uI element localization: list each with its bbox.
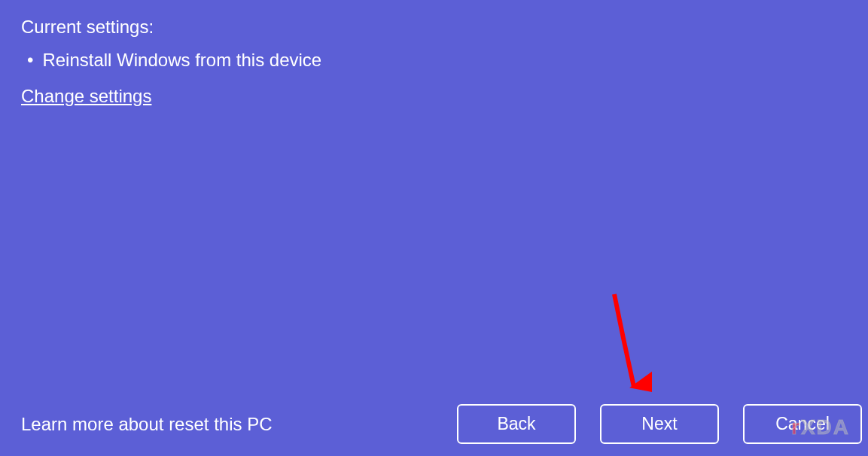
next-button[interactable]: Next xyxy=(600,404,719,444)
current-settings-heading: Current settings: xyxy=(21,17,847,38)
cancel-button[interactable]: Cancel xyxy=(743,404,862,444)
settings-list-item: Reinstall Windows from this device xyxy=(21,50,847,71)
main-content: Current settings: Reinstall Windows from… xyxy=(0,0,868,123)
annotation-arrow-icon xyxy=(607,290,652,403)
change-settings-link[interactable]: Change settings xyxy=(21,86,151,107)
button-group: Back Next Cancel xyxy=(457,404,862,444)
back-button[interactable]: Back xyxy=(457,404,576,444)
bottom-bar: Learn more about reset this PC Back Next… xyxy=(21,404,862,444)
settings-list: Reinstall Windows from this device xyxy=(21,50,847,71)
learn-more-link[interactable]: Learn more about reset this PC xyxy=(21,414,273,435)
